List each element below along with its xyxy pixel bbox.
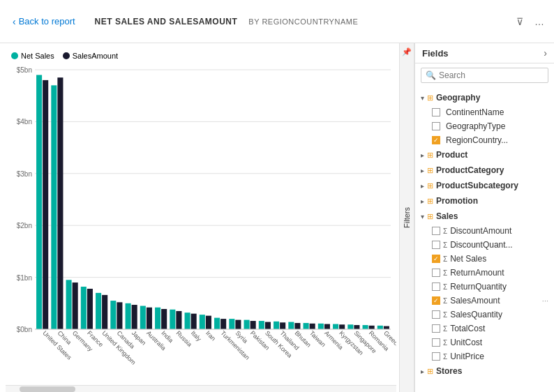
svg-rect-51 bbox=[229, 319, 234, 329]
field-name: RegionCountry... bbox=[446, 135, 508, 145]
table-icon: ⊞ bbox=[427, 181, 433, 190]
svg-rect-78 bbox=[363, 325, 368, 329]
sigma-icon: Σ bbox=[443, 269, 447, 277]
more-icon[interactable]: … bbox=[532, 15, 547, 29]
field-checkbox[interactable] bbox=[432, 352, 440, 361]
svg-text:Russia: Russia bbox=[174, 329, 193, 348]
field-checkbox[interactable] bbox=[432, 122, 440, 130]
panel-chevron-icon[interactable]: › bbox=[544, 47, 547, 59]
svg-text:Taiwan: Taiwan bbox=[308, 329, 327, 348]
field-name: Net Sales bbox=[450, 254, 486, 264]
horizontal-scrollbar[interactable] bbox=[6, 385, 396, 392]
svg-rect-33 bbox=[140, 306, 146, 329]
svg-rect-63 bbox=[288, 322, 294, 329]
toolbar-icons: ⊽ … bbox=[514, 15, 547, 29]
field-item-continentname[interactable]: ContinentName bbox=[415, 105, 554, 119]
search-box[interactable]: 🔍 bbox=[421, 68, 548, 83]
field-checkbox[interactable]: ✓ bbox=[432, 296, 440, 305]
svg-text:$2bn: $2bn bbox=[17, 222, 32, 229]
field-item-salesamount[interactable]: ✓ΣSalesAmount··· bbox=[415, 294, 554, 308]
field-checkbox[interactable] bbox=[432, 108, 440, 116]
field-name: ContinentName bbox=[446, 107, 504, 117]
field-group-header-0[interactable]: ▾ ⊞ Geography bbox=[415, 90, 554, 105]
field-name: ReturnQuantity bbox=[450, 282, 507, 292]
group-name: Geography bbox=[436, 93, 480, 103]
field-checkbox[interactable] bbox=[432, 282, 440, 291]
field-group-productcategory: ▸ ⊞ ProductCategory bbox=[415, 163, 554, 178]
field-checkbox[interactable] bbox=[432, 227, 440, 235]
field-item-unitprice[interactable]: ΣUnitPrice bbox=[415, 349, 554, 363]
field-group-header-1[interactable]: ▸ ⊞ Product bbox=[415, 147, 554, 163]
field-item-discountquant...[interactable]: ΣDiscountQuant... bbox=[415, 238, 554, 252]
field-item-returnamount[interactable]: ΣReturnAmount bbox=[415, 266, 554, 280]
table-icon: ⊞ bbox=[427, 212, 433, 221]
svg-rect-75 bbox=[347, 324, 353, 329]
field-checkbox[interactable] bbox=[432, 338, 440, 347]
svg-rect-58 bbox=[265, 322, 271, 329]
table-icon: ⊞ bbox=[427, 166, 433, 175]
svg-rect-27 bbox=[110, 301, 116, 329]
field-item-returnquantity[interactable]: ΣReturnQuantity bbox=[415, 280, 554, 294]
svg-rect-42 bbox=[185, 312, 190, 329]
svg-rect-60 bbox=[274, 322, 279, 329]
back-button[interactable]: ‹ Back to report bbox=[7, 13, 81, 30]
field-checkbox[interactable] bbox=[432, 269, 440, 277]
field-item-discountamount[interactable]: ΣDiscountAmount bbox=[415, 224, 554, 238]
search-input[interactable] bbox=[439, 70, 544, 80]
filters-panel[interactable]: 📌 Filters bbox=[399, 43, 414, 392]
field-group-header-5[interactable]: ▾ ⊞ Sales bbox=[415, 209, 554, 224]
field-more-icon[interactable]: ··· bbox=[542, 296, 548, 305]
svg-rect-49 bbox=[220, 319, 226, 329]
field-group-header-2[interactable]: ▸ ⊞ ProductCategory bbox=[415, 163, 554, 178]
svg-rect-21 bbox=[81, 287, 87, 329]
field-group-header-3[interactable]: ▸ ⊞ ProductSubcategory bbox=[415, 178, 554, 193]
filter-icon[interactable]: ⊽ bbox=[514, 15, 526, 29]
field-item-net-sales[interactable]: ✓ΣNet Sales bbox=[415, 252, 554, 266]
svg-rect-70 bbox=[324, 324, 330, 329]
svg-rect-16 bbox=[57, 77, 63, 329]
field-item-unitcost[interactable]: ΣUnitCost bbox=[415, 336, 554, 349]
group-name: Sales bbox=[436, 211, 458, 221]
svg-rect-73 bbox=[339, 324, 345, 329]
panel-title: Fields bbox=[422, 48, 449, 59]
field-checkbox[interactable] bbox=[432, 310, 440, 319]
field-group-productsubcategory: ▸ ⊞ ProductSubcategory bbox=[415, 178, 554, 193]
svg-rect-36 bbox=[155, 308, 160, 329]
svg-rect-46 bbox=[206, 316, 211, 329]
field-item-regioncountry...[interactable]: ✓RegionCountry... bbox=[415, 133, 554, 147]
svg-rect-76 bbox=[354, 325, 359, 329]
scrollbar-thumb[interactable] bbox=[20, 386, 75, 392]
table-icon: ⊞ bbox=[427, 197, 433, 206]
legend: Net Sales SalesAmount bbox=[6, 49, 396, 63]
svg-rect-22 bbox=[87, 289, 93, 329]
field-group-stores: ▸ ⊞ Stores bbox=[415, 363, 554, 379]
table-icon: ⊞ bbox=[427, 93, 433, 103]
chevron-left-icon: ‹ bbox=[13, 16, 16, 27]
filters-label: Filters bbox=[403, 207, 411, 228]
svg-text:$5bn: $5bn bbox=[17, 66, 32, 74]
field-checkbox[interactable]: ✓ bbox=[432, 136, 440, 144]
svg-rect-34 bbox=[147, 308, 152, 329]
field-checkbox[interactable] bbox=[432, 241, 440, 249]
field-item-geographytype[interactable]: GeographyType bbox=[415, 119, 554, 133]
svg-rect-15 bbox=[51, 85, 57, 329]
svg-rect-19 bbox=[73, 282, 78, 329]
field-item-salesquantity[interactable]: ΣSalesQuantity bbox=[415, 308, 554, 322]
field-group-header-4[interactable]: ▸ ⊞ Promotion bbox=[415, 193, 554, 209]
svg-rect-52 bbox=[235, 320, 241, 329]
chart-title: NET SALES AND SALESAMOUNT bbox=[95, 17, 238, 27]
field-name: SalesQuantity bbox=[450, 310, 502, 319]
field-checkbox[interactable]: ✓ bbox=[432, 255, 440, 263]
svg-rect-72 bbox=[333, 324, 338, 329]
field-checkbox[interactable] bbox=[432, 324, 440, 333]
field-name: UnitCost bbox=[450, 338, 482, 347]
svg-rect-31 bbox=[132, 305, 137, 329]
svg-rect-81 bbox=[377, 326, 383, 329]
field-group-header-6[interactable]: ▸ ⊞ Stores bbox=[415, 363, 554, 379]
legend-label-net-sales: Net Sales bbox=[21, 52, 54, 60]
field-name: DiscountAmount bbox=[450, 226, 511, 236]
svg-rect-39 bbox=[170, 310, 175, 329]
field-item-totalcost[interactable]: ΣTotalCost bbox=[415, 322, 554, 336]
legend-dot-net-sales bbox=[11, 52, 18, 59]
field-name: ReturnAmount bbox=[450, 268, 504, 278]
